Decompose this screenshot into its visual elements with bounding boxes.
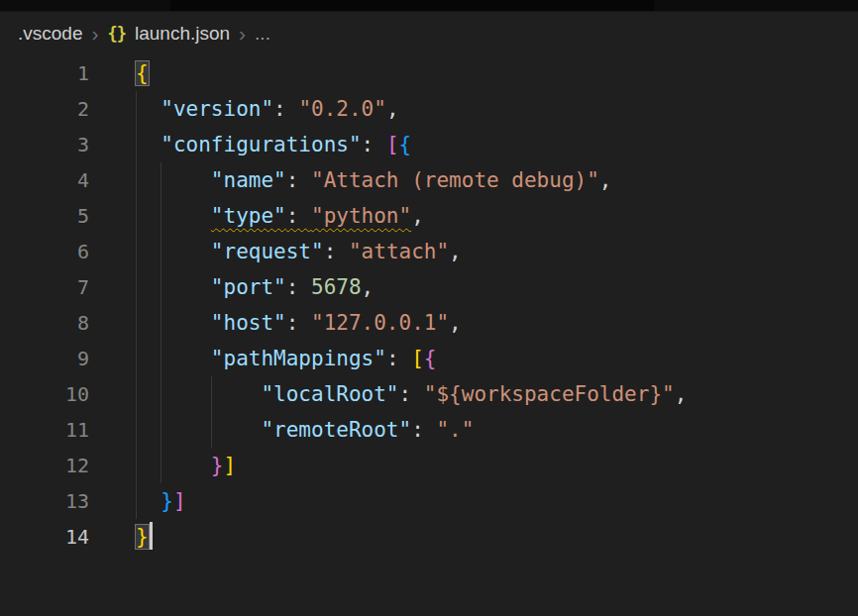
code-line-content: "request": "attach", — [89, 234, 858, 269]
line-number: 7 — [0, 269, 89, 305]
breadcrumb-folder[interactable]: .vscode — [18, 23, 82, 45]
code-token: "request" — [211, 240, 324, 263]
code-token: : — [362, 133, 386, 156]
code-token: "host" — [211, 311, 286, 335]
code-line-content: { — [89, 55, 858, 91]
code-token — [136, 454, 211, 477]
code-line-content: "version": "0.2.0", — [89, 91, 858, 127]
code-token: : — [286, 311, 311, 335]
indent-guide — [161, 234, 161, 269]
code-token: , — [411, 204, 424, 228]
code-token — [136, 275, 211, 299]
code-line-content: "name": "Attach (remote debug)", — [89, 162, 858, 198]
code-line-content: "localRoot": "${workspaceFolder}", — [89, 376, 858, 412]
code-line[interactable]: 5 "type": "python", — [0, 198, 858, 234]
line-number: 10 — [0, 376, 89, 412]
code-line[interactable]: 1{ — [0, 55, 858, 91]
line-number: 1 — [0, 55, 89, 91]
indent-guide — [136, 198, 137, 234]
chevron-right-icon: › — [91, 23, 98, 44]
code-token: { — [399, 133, 412, 156]
code-line[interactable]: 12 }] — [0, 448, 858, 483]
indent-guide — [136, 341, 137, 376]
code-token: "port" — [211, 275, 286, 299]
code-token: } — [211, 454, 224, 477]
code-token: "remoteRoot" — [261, 418, 411, 442]
line-number: 11 — [0, 412, 89, 448]
code-line[interactable]: 3 "configurations": [{ — [0, 127, 858, 162]
code-token: "pathMappings" — [211, 347, 386, 370]
code-area[interactable]: 1{2 "version": "0.2.0",3 "configurations… — [0, 54, 858, 616]
indent-guide — [161, 376, 161, 412]
code-token — [136, 347, 211, 370]
code-token — [136, 168, 211, 192]
indent-guide — [161, 162, 161, 198]
code-token: "0.2.0" — [298, 97, 386, 121]
code-token: [ — [386, 133, 399, 156]
indent-guide — [136, 376, 137, 412]
code-token: { — [424, 347, 437, 370]
code-token: "localRoot" — [261, 382, 398, 406]
line-number: 14 — [0, 519, 89, 555]
code-line[interactable]: 11 "remoteRoot": "." — [0, 412, 858, 448]
code-line[interactable]: 14} — [0, 519, 858, 555]
indent-guide — [161, 305, 161, 341]
code-token: "configurations" — [161, 133, 361, 156]
code-token — [136, 97, 161, 121]
code-token: "127.0.0.1" — [311, 311, 449, 335]
code-token — [136, 489, 161, 513]
code-line[interactable]: 4 "name": "Attach (remote debug)", — [0, 162, 858, 198]
line-number: 12 — [0, 448, 89, 483]
indent-guide — [136, 448, 137, 483]
code-token: : — [286, 204, 311, 228]
code-token — [136, 418, 261, 442]
indent-guide — [211, 412, 212, 448]
code-line-content: "port": 5678, — [89, 269, 858, 305]
code-token: "python" — [311, 204, 411, 228]
code-line[interactable]: 13 }] — [0, 483, 858, 519]
code-line-content: }] — [89, 448, 858, 483]
code-token — [136, 382, 261, 406]
code-line-content: "pathMappings": [{ — [89, 341, 858, 376]
code-line[interactable]: 7 "port": 5678, — [0, 269, 858, 305]
code-token: "type" — [211, 204, 286, 228]
code-token: : — [411, 418, 436, 442]
breadcrumb-more[interactable]: ... — [255, 23, 270, 45]
code-token: : — [399, 382, 424, 406]
indent-guide — [161, 412, 161, 448]
breadcrumb: .vscode › {} launch.json › ... — [0, 12, 858, 54]
code-line[interactable]: 9 "pathMappings": [{ — [0, 341, 858, 376]
code-line-content: "host": "127.0.0.1", — [89, 305, 858, 341]
line-number: 8 — [0, 305, 89, 341]
code-token: "attach" — [349, 240, 449, 263]
code-line-content: "remoteRoot": "." — [89, 412, 858, 448]
line-number: 3 — [0, 127, 89, 162]
code-token: , — [449, 311, 462, 335]
chevron-right-icon: › — [239, 23, 246, 44]
code-line-content: "configurations": [{ — [89, 127, 858, 162]
code-token: : — [324, 240, 349, 263]
code-line-content: }] — [89, 483, 858, 519]
code-token: , — [386, 97, 399, 121]
indent-guide — [161, 198, 161, 234]
code-token: [ — [411, 347, 424, 370]
indent-guide — [136, 162, 137, 198]
code-line[interactable]: 2 "version": "0.2.0", — [0, 91, 858, 127]
code-token — [136, 311, 211, 335]
code-line[interactable]: 10 "localRoot": "${workspaceFolder}", — [0, 376, 858, 412]
indent-guide — [161, 341, 161, 376]
breadcrumb-file[interactable]: launch.json — [135, 23, 230, 45]
code-token: "." — [436, 418, 474, 442]
line-number: 13 — [0, 483, 89, 519]
indent-guide — [136, 127, 137, 162]
indent-guide — [211, 376, 212, 412]
code-token: , — [449, 240, 462, 263]
code-line[interactable]: 6 "request": "attach", — [0, 234, 858, 269]
line-number: 5 — [0, 198, 89, 234]
code-token: : — [286, 168, 311, 192]
code-token: : — [386, 347, 411, 370]
indent-guide — [136, 234, 137, 269]
code-token: , — [599, 168, 612, 192]
code-token: 5678 — [311, 275, 362, 299]
code-line[interactable]: 8 "host": "127.0.0.1", — [0, 305, 858, 341]
